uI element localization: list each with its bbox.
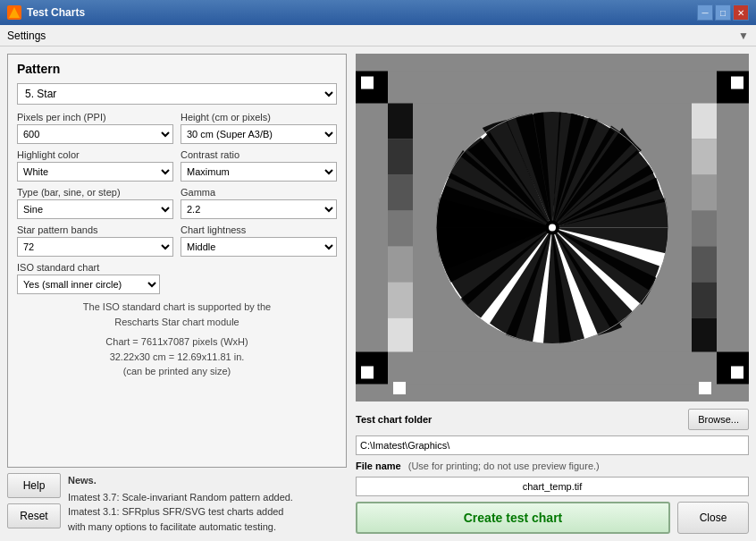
svg-rect-10: [388, 104, 413, 139]
filename-note: (Use for printing; do not use preview fi…: [408, 461, 600, 471]
highlight-select[interactable]: White: [17, 162, 173, 182]
news-box: News. Imatest 3.7: Scale-invariant Rando…: [68, 473, 347, 534]
browse-button[interactable]: Browse...: [688, 409, 749, 430]
svg-rect-19: [692, 175, 717, 211]
svg-rect-16: [388, 318, 413, 352]
svg-rect-11: [388, 139, 413, 175]
svg-rect-15: [388, 283, 413, 318]
svg-rect-17: [692, 104, 717, 139]
bottom-left-marker: [393, 382, 406, 394]
chart-preview: [356, 54, 749, 402]
folder-input[interactable]: [356, 435, 749, 455]
filename-label: File name: [356, 461, 401, 471]
lightness-select[interactable]: Middle: [181, 237, 337, 257]
gamma-label: Gamma: [181, 187, 337, 198]
iso-note: The ISO standard chart is supported by t…: [17, 300, 337, 329]
highlight-label: Highlight color: [17, 149, 173, 160]
bands-label: Star pattern bands: [17, 224, 173, 235]
svg-rect-18: [692, 139, 717, 175]
title-buttons: ─ □ ✕: [697, 4, 749, 21]
settings-menu[interactable]: Settings: [7, 30, 46, 42]
window-close-button[interactable]: ✕: [733, 4, 749, 21]
svg-rect-6: [361, 77, 374, 89]
lightness-label: Chart lightness: [181, 224, 337, 235]
folder-label: Test chart folder: [356, 414, 432, 425]
ppi-select[interactable]: 600: [17, 124, 173, 144]
svg-rect-8: [361, 367, 374, 379]
height-select[interactable]: 30 cm (Super A3/B): [181, 124, 337, 144]
svg-rect-20: [692, 211, 717, 247]
maximize-button[interactable]: □: [715, 4, 731, 21]
contrast-select[interactable]: Maximum: [181, 162, 337, 182]
svg-rect-9: [731, 367, 743, 379]
filename-input[interactable]: [356, 477, 749, 496]
svg-rect-23: [692, 318, 717, 352]
help-button[interactable]: Help: [7, 473, 61, 498]
type-label: Type (bar, sine, or step): [17, 187, 173, 198]
type-select[interactable]: Sine: [17, 199, 173, 219]
close-button[interactable]: Close: [677, 502, 749, 534]
pattern-select[interactable]: 5. Star: [17, 83, 337, 105]
svg-rect-22: [692, 283, 717, 318]
create-chart-button[interactable]: Create test chart: [356, 502, 670, 534]
minimize-button[interactable]: ─: [697, 4, 713, 21]
height-label: Height (cm or pixels): [181, 112, 337, 123]
contrast-label: Contrast ratio: [181, 149, 337, 160]
svg-rect-21: [692, 247, 717, 283]
menu-arrow: ▼: [738, 30, 749, 42]
bottom-right-marker: [699, 382, 711, 394]
chart-info: Chart = 7611x7087 pixels (WxH) 32.22x30 …: [17, 334, 337, 379]
gamma-select[interactable]: 2.2: [181, 199, 337, 219]
svg-rect-7: [731, 77, 743, 89]
bottom-controls: Test chart folder Browse... File name (U…: [356, 409, 749, 534]
app-icon: [7, 5, 21, 20]
svg-rect-12: [388, 175, 413, 211]
menu-bar: Settings ▼: [0, 25, 756, 46]
reset-button[interactable]: Reset: [7, 503, 61, 528]
iso-label: ISO standard chart: [17, 262, 337, 273]
window-title: Test Charts: [27, 6, 85, 19]
svg-marker-0: [9, 7, 20, 18]
bands-select[interactable]: 72: [17, 237, 173, 257]
title-bar: Test Charts ─ □ ✕: [0, 0, 756, 25]
svg-rect-14: [388, 247, 413, 283]
pattern-section-title: Pattern: [17, 62, 337, 76]
svg-rect-13: [388, 211, 413, 247]
svg-point-28: [549, 224, 556, 232]
star-chart-svg: [356, 54, 749, 402]
iso-select[interactable]: Yes (small inner circle): [17, 275, 160, 294]
ppi-label: Pixels per inch (PPI): [17, 112, 173, 123]
